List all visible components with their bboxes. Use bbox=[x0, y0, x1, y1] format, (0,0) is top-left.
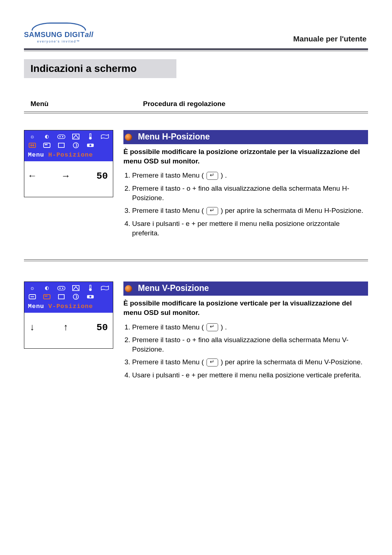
bullet-icon bbox=[125, 134, 132, 141]
osd-icon-row-1: ☼ ◐ bbox=[26, 133, 111, 141]
page-header: SAMSUNG DIGITall everyone's invited™ Man… bbox=[24, 23, 368, 43]
section-description: È possibile modificare la posizione oriz… bbox=[123, 147, 368, 166]
svg-rect-0 bbox=[58, 135, 65, 138]
reset-icon bbox=[86, 293, 95, 301]
osd-label-highlight: V-Posizione bbox=[48, 303, 93, 310]
osd-body: ← → 50 bbox=[24, 161, 113, 197]
menu-button-icon bbox=[207, 358, 218, 366]
osd-label: Menu V-Posizione bbox=[26, 302, 111, 311]
menu-h-pos-icon bbox=[28, 142, 37, 149]
brightness-icon: ☼ bbox=[28, 133, 37, 141]
osd-value: 50 bbox=[97, 322, 108, 333]
step-text: Usare i pulsanti - e + per mettere il me… bbox=[132, 371, 361, 379]
svg-point-14 bbox=[60, 288, 61, 289]
menu-h-pos-icon bbox=[28, 293, 37, 301]
contrast-icon: ◐ bbox=[42, 133, 51, 141]
section-description: È possibile modificare la posizione vert… bbox=[123, 299, 368, 317]
step-item: Usare i pulsanti - e + per mettere il me… bbox=[132, 370, 368, 380]
menu-v-pos-icon bbox=[42, 142, 51, 149]
osd-screenshot: ☼ ◐ Menu V-Posizione ↓ ↑ 50 bbox=[24, 281, 113, 349]
logo-arc bbox=[32, 23, 86, 31]
osd-label: Menu H-Posizione bbox=[26, 151, 111, 160]
reset-icon bbox=[86, 142, 95, 149]
display-mode-icon bbox=[57, 293, 66, 301]
svg-rect-20 bbox=[44, 295, 50, 299]
columns-rule bbox=[24, 112, 368, 113]
svg-rect-13 bbox=[58, 287, 65, 290]
step-text: Premere il tasto Menu ( bbox=[132, 207, 206, 214]
osd-body: ↓ ↑ 50 bbox=[24, 313, 113, 348]
brightness-icon: ☼ bbox=[28, 285, 37, 292]
step-item: Premere il tasto Menu ( ) . bbox=[132, 323, 368, 332]
step-text: ) . bbox=[219, 171, 227, 179]
col-menu: Menù bbox=[30, 100, 143, 108]
header-rule-thick bbox=[24, 48, 368, 50]
columns-header: Menù Procedura di regolazione bbox=[24, 100, 368, 108]
step-item: Premere il tasto Menu ( ) per aprire la … bbox=[132, 206, 368, 215]
page-title-box: Indicazioni a schermo bbox=[24, 59, 176, 78]
step-item: Premere il tasto Menu ( ) . bbox=[132, 171, 368, 180]
color-temp-icon bbox=[86, 133, 95, 141]
steps-list: Premere il tasto Menu ( ) . Premere il t… bbox=[123, 171, 368, 238]
svg-rect-9 bbox=[58, 143, 64, 147]
brand-suffix: all bbox=[85, 31, 94, 39]
display-mode-icon bbox=[57, 142, 66, 149]
language-icon bbox=[101, 285, 109, 292]
section-h-position: ☼ ◐ Menu H-Posizione ← → 50 bbox=[24, 130, 368, 241]
geometry-icon bbox=[72, 133, 80, 141]
step-text: ) per aprire la schermata di Menu H-Posi… bbox=[219, 207, 363, 214]
header-rule-thin bbox=[24, 51, 368, 51]
brand-main: SAMSUNG DIGIT bbox=[24, 31, 85, 39]
section-separator bbox=[24, 259, 368, 261]
osd-icon-row-2 bbox=[26, 293, 111, 301]
section-title-bar: Menu V-Posizione bbox=[123, 281, 368, 296]
step-text: Premere il tasto Menu ( bbox=[132, 171, 206, 179]
language-icon bbox=[101, 133, 109, 141]
osd-label-prefix: Menu bbox=[28, 151, 48, 158]
geometry-icon bbox=[72, 285, 80, 292]
step-text: Usare i pulsanti - e + per mettere il me… bbox=[132, 220, 340, 237]
section-title-bar: Menu H-Posizione bbox=[123, 130, 368, 144]
svg-rect-22 bbox=[58, 295, 64, 299]
step-item: Premere il tasto Menu ( ) per aprire la … bbox=[132, 357, 368, 367]
menu-button-icon bbox=[207, 323, 218, 331]
spacer-icon bbox=[101, 293, 109, 301]
page-title: Indicazioni a schermo bbox=[30, 63, 170, 74]
arrow-up-icon: ↑ bbox=[63, 322, 69, 333]
osd-label-highlight: H-Posizione bbox=[48, 151, 93, 158]
section-title: Menu H-Posizione bbox=[138, 132, 210, 141]
section-title: Menu V-Posizione bbox=[138, 283, 209, 293]
brand-tagline: everyone's invited™ bbox=[37, 40, 80, 43]
image-lock-icon bbox=[57, 285, 66, 292]
svg-point-18 bbox=[89, 288, 91, 291]
svg-rect-21 bbox=[45, 296, 48, 297]
osd-label-prefix: Menu bbox=[28, 303, 48, 310]
step-text: Premere il tasto Menu ( bbox=[132, 358, 206, 366]
section-v-position: ☼ ◐ Menu V-Posizione ↓ ↑ 50 bbox=[24, 281, 368, 384]
color-temp-icon bbox=[86, 285, 95, 292]
menu-button-icon bbox=[207, 207, 218, 215]
step-text: ) per aprire la schermata di Menu V-Posi… bbox=[219, 358, 363, 366]
arrow-left-icon: ← bbox=[29, 171, 35, 182]
halftone-icon bbox=[72, 293, 80, 301]
svg-point-12 bbox=[89, 144, 91, 146]
svg-point-1 bbox=[60, 136, 61, 138]
osd-top: ☼ ◐ Menu V-Posizione bbox=[24, 282, 113, 313]
spacer-icon bbox=[101, 142, 109, 149]
brand-logo: SAMSUNG DIGITall everyone's invited™ bbox=[24, 23, 93, 43]
section-content: Menu H-Posizione È possibile modificare … bbox=[123, 130, 368, 241]
step-text: Premere il tasto - o + fino alla visuali… bbox=[132, 336, 348, 353]
svg-rect-7 bbox=[44, 143, 50, 147]
steps-list: Premere il tasto Menu ( ) . Premere il t… bbox=[123, 323, 368, 380]
section-content: Menu V-Posizione È possibile modificare … bbox=[123, 281, 368, 384]
svg-point-25 bbox=[89, 296, 91, 298]
brand-name: SAMSUNG DIGITall bbox=[24, 31, 93, 39]
osd-value: 50 bbox=[97, 171, 108, 182]
bullet-icon bbox=[125, 285, 132, 292]
step-item: Premere il tasto - o + fino alla visuali… bbox=[132, 335, 368, 354]
image-lock-icon bbox=[57, 133, 66, 141]
svg-point-15 bbox=[62, 288, 64, 289]
step-item: Usare i pulsanti - e + per mettere il me… bbox=[132, 219, 368, 238]
step-text: ) . bbox=[219, 323, 227, 331]
arrow-right-icon: → bbox=[63, 171, 69, 182]
